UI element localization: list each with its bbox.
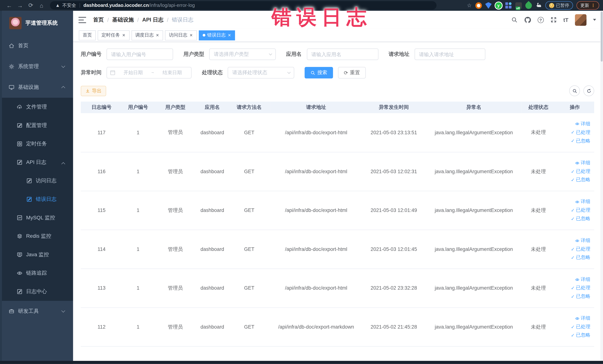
sidebar-item-config-manage[interactable]: 配置管理: [0, 116, 73, 135]
update-label: 更新: [580, 2, 589, 8]
user-id-input[interactable]: [107, 48, 173, 60]
sidebar-item-log-center[interactable]: 日志中心: [0, 282, 73, 301]
extension-icon-leaf[interactable]: [524, 1, 533, 10]
app-logo: [9, 17, 22, 29]
url-path[interactable]: /infra/log/api-error-log: [149, 3, 195, 8]
cloud-upload-icon: [16, 104, 23, 110]
user-type-label: 用户类型: [184, 51, 204, 58]
header-search-icon[interactable]: [511, 16, 518, 23]
detail-link[interactable]: 详细: [555, 159, 590, 167]
paused-label: 已暂停: [556, 2, 569, 8]
mark-processed-link[interactable]: ✓已处理: [555, 167, 590, 176]
sidebar-item-dev-tools[interactable]: 研发工具: [0, 301, 73, 322]
mark-processed-link[interactable]: ✓已处理: [555, 128, 590, 137]
github-icon[interactable]: [524, 16, 531, 23]
sidebar-item-infra[interactable]: 基础设施: [0, 77, 73, 98]
mark-processed-link[interactable]: ✓已处理: [555, 323, 590, 331]
extension-icon-proxy[interactable]: off: [515, 2, 522, 9]
sidebar-item-redis-monitor[interactable]: Redis 监控: [0, 227, 73, 246]
check-icon: ✓: [571, 177, 575, 182]
search-button[interactable]: 搜索: [304, 67, 333, 78]
bookmark-star-icon[interactable]: ☆: [467, 2, 472, 8]
export-button[interactable]: 导出: [81, 86, 106, 96]
mark-ignored-link[interactable]: ✓已忽略: [555, 214, 590, 223]
browser-menu-icon[interactable]: ⋮: [591, 3, 595, 8]
forward-icon[interactable]: →: [15, 2, 25, 9]
mark-processed-link[interactable]: ✓已处理: [555, 245, 590, 254]
app-name-input[interactable]: [307, 48, 378, 60]
home-icon[interactable]: ⌂: [36, 2, 47, 9]
watermark-annotation: 错误日志: [272, 4, 371, 31]
not-secure-warning-icon: ▲: [55, 3, 60, 8]
user-type-select[interactable]: 请选择用户类型: [209, 48, 276, 60]
user-avatar[interactable]: [575, 14, 587, 26]
reload-icon[interactable]: ⟳: [25, 2, 36, 9]
refresh-table-button[interactable]: [583, 85, 594, 96]
collapse-sidebar-icon[interactable]: [78, 17, 86, 23]
breadcrumb: 首页 / 基础设施 / API 日志 / 错误日志: [93, 16, 193, 23]
sidebar-item-error-log[interactable]: 错误日志: [0, 190, 73, 209]
page-scrollbar[interactable]: [600, 11, 603, 361]
sidebar-item-system[interactable]: 系统管理: [0, 56, 73, 77]
toggle-search-button[interactable]: [569, 85, 580, 96]
tags-view-bar: 首页 定时任务 调度日志 访问日志 错误日志: [73, 29, 603, 42]
check-icon: ✓: [571, 208, 575, 213]
paused-extension-pill[interactable]: 已暂停: [545, 1, 573, 10]
request-url-input[interactable]: [414, 48, 485, 60]
table-row: 112 1 管理员 dashboard GET /api/infra/db-do…: [81, 307, 594, 346]
tab-schedule-log[interactable]: 调度日志: [131, 30, 163, 40]
mark-ignored-link[interactable]: ✓已忽略: [555, 292, 590, 301]
breadcrumb-home[interactable]: 首页: [93, 16, 104, 23]
sidebar-item-home[interactable]: 首页: [0, 35, 73, 56]
detail-link[interactable]: 详细: [555, 120, 590, 128]
address-bar[interactable]: ▲ 不安全 dashboard.yudao.iocoder.cn /infra/…: [50, 1, 437, 10]
sidebar-item-access-log[interactable]: 访问日志: [0, 172, 73, 190]
extension-icon-grid[interactable]: [505, 2, 512, 9]
reset-button[interactable]: ⟳ 重置: [338, 67, 366, 78]
detail-link[interactable]: 详细: [555, 236, 590, 245]
close-icon[interactable]: [122, 33, 126, 38]
close-icon[interactable]: [189, 33, 193, 38]
extensions-puzzle-icon[interactable]: [535, 2, 542, 9]
url-host[interactable]: dashboard.yudao.iocoder.cn: [83, 3, 149, 8]
fullscreen-icon[interactable]: [550, 16, 557, 23]
sidebar-item-api-log[interactable]: API 日志: [0, 153, 73, 172]
security-label[interactable]: 不安全: [62, 2, 76, 9]
sidebar-item-java-monitor[interactable]: Java 监控: [0, 246, 73, 264]
avatar-caret-icon[interactable]: [593, 19, 596, 21]
app-logo-row[interactable]: 芋道管理系统: [0, 11, 73, 35]
mark-ignored-link[interactable]: ✓已忽略: [555, 331, 590, 340]
tab-access-log[interactable]: 访问日志: [165, 30, 197, 40]
help-icon[interactable]: ?: [538, 17, 544, 23]
extension-icon-shield[interactable]: [485, 2, 492, 9]
breadcrumb-api-log[interactable]: API 日志: [142, 16, 163, 23]
detail-link[interactable]: 详细: [555, 275, 590, 284]
mark-ignored-link[interactable]: ✓已忽略: [555, 137, 590, 145]
font-size-icon[interactable]: tT: [563, 17, 568, 23]
mark-processed-link[interactable]: ✓已处理: [555, 206, 590, 214]
extension-off-badge: off: [515, 6, 521, 10]
detail-link[interactable]: 详细: [555, 314, 590, 323]
mark-ignored-link[interactable]: ✓已忽略: [555, 176, 590, 184]
detail-link[interactable]: 详细: [555, 198, 590, 206]
update-browser-button[interactable]: 更新 ⋮: [577, 1, 599, 10]
process-status-select[interactable]: 请选择处理状态: [228, 67, 294, 78]
exception-time-range-picker[interactable]: 开始日期 ~ 结束日期: [107, 67, 192, 78]
back-icon[interactable]: ←: [4, 2, 15, 9]
extension-icon-green-y[interactable]: y: [495, 2, 502, 9]
sidebar-item-mysql-monitor[interactable]: MySQL 监控: [0, 208, 73, 227]
mysql-monitor-icon: [16, 215, 23, 221]
close-icon[interactable]: [228, 33, 231, 38]
tab-scheduled-jobs[interactable]: 定时任务: [98, 30, 129, 40]
close-icon[interactable]: [156, 33, 159, 38]
tab-home[interactable]: 首页: [79, 30, 96, 40]
sidebar-item-scheduled-jobs[interactable]: 定时任务: [0, 135, 73, 153]
mark-ignored-link[interactable]: ✓已忽略: [555, 253, 590, 262]
mark-processed-link[interactable]: ✓已处理: [555, 284, 590, 292]
sidebar-item-file-manage[interactable]: 文件管理: [0, 98, 73, 116]
sidebar-item-trace[interactable]: 链路追踪: [0, 264, 73, 282]
breadcrumb-infra[interactable]: 基础设施: [112, 16, 134, 23]
extension-icon-orange[interactable]: [475, 2, 482, 9]
scrollbar-thumb[interactable]: [601, 12, 603, 61]
tab-error-log[interactable]: 错误日志: [199, 30, 235, 40]
